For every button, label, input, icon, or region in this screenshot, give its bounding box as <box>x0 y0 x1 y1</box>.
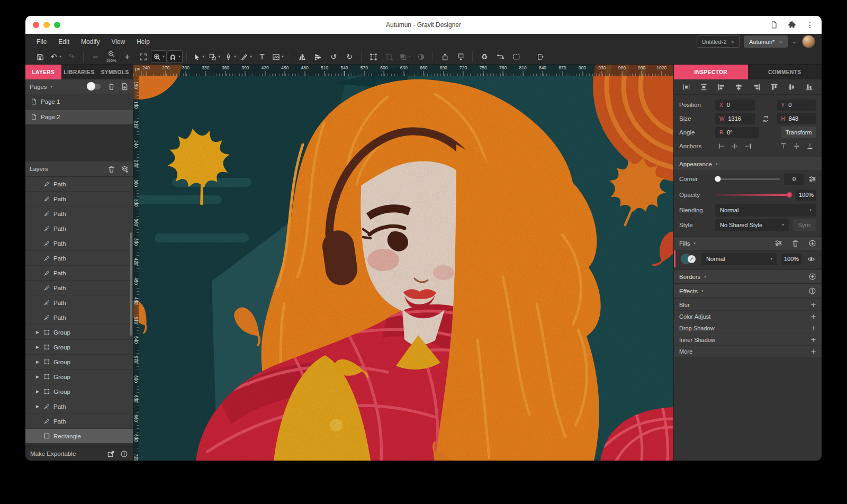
fills-header[interactable]: Fills ▾ <box>674 236 822 250</box>
distribute-vertical-icon[interactable] <box>700 83 708 91</box>
angle-field[interactable]: R 0° <box>715 127 759 138</box>
document-tab-autumun-[interactable]: Autumun*× <box>744 35 788 48</box>
anchor-top-icon[interactable] <box>780 142 787 150</box>
anchor-center-horizontal-icon[interactable] <box>731 142 738 150</box>
layer-row-path[interactable]: Path <box>25 266 133 281</box>
effect-row-more[interactable]: More+ <box>674 346 822 357</box>
add-effect-icon[interactable]: + <box>810 301 816 309</box>
layer-row-path[interactable]: Path <box>25 177 133 192</box>
opacity-value[interactable]: 100% <box>796 190 816 201</box>
effects-header[interactable]: Effects ▾ <box>674 284 822 298</box>
add-layer-icon[interactable] <box>121 165 129 173</box>
bring-forward-button[interactable] <box>437 50 453 63</box>
shared-style-dropdown[interactable]: No Shared Style ▾ <box>715 219 789 231</box>
tab-inspector[interactable]: INSPECTOR <box>674 65 748 79</box>
add-page-icon[interactable] <box>121 83 129 91</box>
knife-tool-button[interactable]: ▾ <box>238 50 254 63</box>
trash-icon[interactable] <box>107 165 115 173</box>
export-button[interactable] <box>532 50 548 63</box>
add-effect-icon[interactable]: + <box>810 336 816 344</box>
boolean-button[interactable]: ▾ <box>397 50 413 63</box>
layer-row-path[interactable]: Path <box>25 310 133 325</box>
add-effect-icon[interactable]: + <box>810 324 816 332</box>
size-height-field[interactable]: H 848 <box>777 113 817 124</box>
extension-icon[interactable] <box>788 21 796 29</box>
trash-icon[interactable] <box>107 83 115 91</box>
mask-button[interactable] <box>413 50 429 63</box>
text-tool-button[interactable]: T <box>254 50 270 63</box>
layer-row-path[interactable]: Path <box>25 414 133 429</box>
rotate-cw-button[interactable]: ↻ <box>341 50 357 63</box>
fill-color-swatch[interactable] <box>681 254 697 264</box>
tab-layers[interactable]: LAYERS <box>25 65 61 79</box>
layer-row-path[interactable]: Path <box>25 236 133 251</box>
effect-row-drop-shadow[interactable]: Drop Shadow+ <box>674 322 822 334</box>
save-button[interactable] <box>32 50 48 63</box>
flip-vertical-button[interactable] <box>310 50 326 63</box>
tab-close-icon[interactable]: × <box>731 39 734 45</box>
menu-edit[interactable]: Edit <box>52 38 75 46</box>
borders-header[interactable]: Borders ▾ <box>674 269 822 284</box>
page-row[interactable]: Page 2 <box>25 110 133 125</box>
tab-overflow-chevron-icon[interactable]: ⌄ <box>792 38 797 45</box>
pages-caret-icon[interactable]: ▾ <box>51 85 53 89</box>
send-backward-button[interactable] <box>453 50 468 63</box>
fill-opacity-value[interactable]: 100% <box>781 254 801 265</box>
tab-close-icon[interactable]: × <box>779 39 782 45</box>
options-sliders-icon[interactable] <box>808 175 816 183</box>
menu-view[interactable]: View <box>105 38 131 46</box>
export-frame-icon[interactable] <box>107 450 115 458</box>
eye-icon[interactable] <box>807 255 815 263</box>
distribute-horizontal-icon[interactable] <box>682 83 690 91</box>
align-middle-vertical-icon[interactable] <box>788 83 796 91</box>
eyedropper-icon[interactable] <box>688 255 696 263</box>
expander-icon[interactable]: ▶ <box>35 374 40 379</box>
plus-circle-icon[interactable] <box>808 239 816 247</box>
tab-libraries[interactable]: LIBRARIES <box>61 65 97 79</box>
layer-row-rectangle[interactable]: Rectangle <box>25 429 133 444</box>
effect-row-color-adjust[interactable]: Color Adjust+ <box>674 311 822 322</box>
kebab-menu-icon[interactable]: ⋮ <box>806 21 814 29</box>
layer-row-path[interactable]: Path <box>25 251 133 266</box>
style-sync-button[interactable]: Sync <box>793 219 816 231</box>
expander-icon[interactable]: ▶ <box>35 359 40 364</box>
expander-icon[interactable]: ▶ <box>35 389 40 394</box>
tab-symbols[interactable]: SYMBOLS <box>97 65 133 79</box>
layer-row-path[interactable]: Path <box>25 206 133 221</box>
document-tab-untitled-2[interactable]: Untitled-2× <box>697 35 740 48</box>
shape-tool-button[interactable]: ▾ <box>206 50 222 63</box>
symbol-button[interactable]: ♻ <box>476 50 492 63</box>
fit-canvas-button[interactable] <box>135 50 151 63</box>
zoom-out-button[interactable]: − <box>87 50 103 63</box>
options-sliders-icon[interactable] <box>774 239 782 247</box>
layer-row-path[interactable]: ▶Path <box>25 399 133 414</box>
align-center-horizontal-icon[interactable] <box>735 83 743 91</box>
layer-row-group[interactable]: ▶Group <box>25 340 133 355</box>
corner-value[interactable]: 0 <box>784 174 804 185</box>
position-x-field[interactable]: X 0 <box>715 100 755 111</box>
anchor-left-icon[interactable] <box>718 142 725 150</box>
expander-icon[interactable]: ▶ <box>35 345 40 349</box>
sync-size-icon[interactable] <box>762 115 770 123</box>
fill-blend-dropdown[interactable]: Normal ▾ <box>701 253 777 265</box>
document-icon[interactable] <box>770 21 778 29</box>
anchor-right-icon[interactable] <box>744 142 752 150</box>
layer-row-path[interactable]: Path <box>25 281 133 295</box>
page-row[interactable]: Page 1 <box>25 94 133 110</box>
add-effect-icon[interactable]: + <box>810 347 816 355</box>
layer-row-group[interactable]: ▶Group <box>25 384 133 399</box>
appearance-header[interactable]: Appearance ▾ <box>674 157 822 171</box>
add-effect-icon[interactable]: + <box>810 312 816 320</box>
redo-button[interactable]: ↷ <box>64 50 79 63</box>
transform-button[interactable]: Transform <box>781 127 817 138</box>
group-button[interactable] <box>365 50 381 63</box>
ungroup-button[interactable] <box>381 50 397 63</box>
slice-button[interactable] <box>508 50 524 63</box>
menu-file[interactable]: File <box>31 38 52 46</box>
tab-comments[interactable]: COMMENTS <box>748 65 822 79</box>
layers-scrollbar-thumb[interactable] <box>130 232 132 336</box>
expander-icon[interactable]: ▶ <box>35 404 40 409</box>
layer-row-path[interactable]: Path <box>25 295 133 310</box>
menu-help[interactable]: Help <box>131 38 156 46</box>
layer-row-path[interactable]: Path <box>25 221 133 236</box>
